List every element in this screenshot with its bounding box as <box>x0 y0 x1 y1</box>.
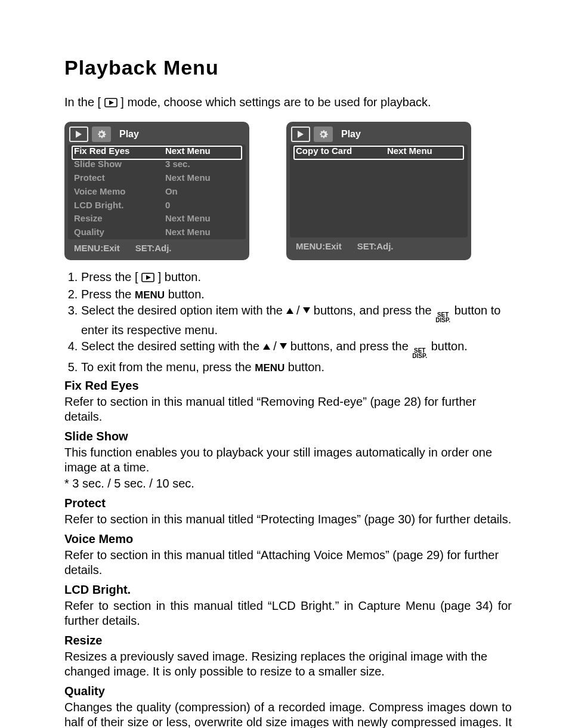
step-text: buttons, and press the <box>290 340 412 353</box>
section-fix-red-eyes-body: Refer to section in this manual titled “… <box>64 394 512 424</box>
menu-row-value: Next Menu <box>165 213 240 224</box>
section-lcd-bright-head: LCD Bright. <box>64 582 512 597</box>
menu-footer: MENU:Exit SET:Adj. <box>68 239 246 254</box>
svg-marker-1 <box>109 100 114 105</box>
section-slide-show-options: * 3 sec. / 5 sec. / 10 sec. <box>64 476 512 491</box>
section-voice-memo-body: Refer to section in this manual titled “… <box>64 548 512 578</box>
set-disp-icon: SETDISP. <box>412 348 427 359</box>
menu-tab-title: Play <box>115 128 139 140</box>
menu-screenshots-row: Play Fix Red EyesNext Menu Slide Show3 s… <box>64 122 512 260</box>
menu-row-value: Next Menu <box>387 146 462 157</box>
menu-label: MENU <box>255 362 284 374</box>
step-3: Select the desired option item with the … <box>81 303 512 338</box>
play-menu-panel-2: Play Copy to CardNext Menu MENU:Exit SET… <box>286 122 471 260</box>
instruction-steps: Press the [ ] button. Press the MENU but… <box>64 270 512 375</box>
menu-row: Copy to CardNext Menu <box>290 144 468 158</box>
step-text: button. <box>165 288 205 301</box>
page-title: Playback Menu <box>64 55 512 81</box>
setup-tab-icon <box>92 127 111 142</box>
step-text: Select the desired setting with the <box>81 340 263 353</box>
play-tab-icon <box>69 127 88 142</box>
intro-part-b: ] mode, choose which settings are to be … <box>120 95 431 109</box>
step-text: buttons, and press the <box>314 304 435 317</box>
intro-part-a: In the [ <box>64 95 101 109</box>
step-2: Press the MENU button. <box>81 287 512 302</box>
menu-row: LCD Bright.0 <box>68 199 246 212</box>
menu-row-value: 0 <box>165 200 240 211</box>
section-slide-show-head: Slide Show <box>64 429 512 444</box>
menu-row-value: 3 sec. <box>165 159 240 170</box>
menu-row: ResizeNext Menu <box>68 212 246 226</box>
menu-footer-exit: MENU:Exit <box>296 241 342 252</box>
step-text: ] button. <box>158 270 201 283</box>
step-text: Press the <box>81 288 135 301</box>
up-arrow-icon <box>263 344 270 350</box>
play-button-icon <box>141 271 154 286</box>
menu-list: Fix Red EyesNext Menu Slide Show3 sec. P… <box>68 144 246 239</box>
menu-row-label: LCD Bright. <box>74 200 165 211</box>
menu-row-label: Fix Red Eyes <box>74 146 165 157</box>
menu-row-value: Next Menu <box>165 146 240 157</box>
step-1: Press the [ ] button. <box>81 270 512 286</box>
setup-tab-icon <box>314 127 333 142</box>
step-text: To exit from the menu, press the <box>81 360 255 374</box>
section-resize-body: Resizes a previously saved image. Resizi… <box>64 649 512 679</box>
svg-marker-3 <box>146 275 151 280</box>
play-mode-icon <box>104 96 117 111</box>
play-menu-panel-1: Play Fix Red EyesNext Menu Slide Show3 s… <box>64 122 249 260</box>
menu-header: Play <box>290 125 468 144</box>
menu-row: QualityNext Menu <box>68 226 246 239</box>
section-protect-head: Protect <box>64 496 512 511</box>
menu-list: Copy to CardNext Menu <box>290 144 468 237</box>
up-arrow-icon <box>286 308 293 314</box>
section-protect-body: Refer to section in this manual titled “… <box>64 512 512 527</box>
step-text: button. <box>431 340 468 353</box>
step-text: button. <box>284 360 324 374</box>
section-fix-red-eyes-head: Fix Red Eyes <box>64 378 512 393</box>
menu-row-label: Protect <box>74 172 165 184</box>
section-voice-memo-head: Voice Memo <box>64 532 512 547</box>
down-arrow-icon <box>280 343 287 349</box>
step-text: Select the desired option item with the <box>81 304 286 317</box>
menu-row: Voice MemoOn <box>68 185 246 199</box>
menu-label: MENU <box>135 289 165 301</box>
step-5: To exit from the menu, press the MENU bu… <box>81 360 512 375</box>
menu-row-label: Copy to Card <box>296 146 387 157</box>
menu-footer: MENU:Exit SET:Adj. <box>290 237 468 252</box>
menu-row-value: Next Menu <box>165 172 240 184</box>
menu-row: Fix Red EyesNext Menu <box>68 144 246 158</box>
down-arrow-icon <box>303 307 310 313</box>
menu-footer-set: SET:Adj. <box>357 241 394 252</box>
menu-row-label: Slide Show <box>74 159 165 170</box>
disp-label: DISP. <box>412 353 427 359</box>
intro-text: In the [ ] mode, choose which settings a… <box>64 95 512 111</box>
menu-row: ProtectNext Menu <box>68 171 246 185</box>
section-quality-head: Quality <box>64 684 512 699</box>
set-disp-icon: SETDISP. <box>435 312 450 323</box>
menu-row-value: Next Menu <box>165 227 240 238</box>
menu-row-label: Resize <box>74 213 165 224</box>
menu-row: Slide Show3 sec. <box>68 158 246 171</box>
menu-footer-set: SET:Adj. <box>135 243 172 254</box>
play-tab-icon <box>291 127 310 142</box>
menu-row-label: Quality <box>74 227 165 238</box>
section-resize-head: Resize <box>64 633 512 648</box>
section-slide-show-body: This function enables you to playback yo… <box>64 445 512 475</box>
menu-row-value: On <box>165 186 240 198</box>
menu-row-label: Voice Memo <box>74 186 165 198</box>
step-4: Select the desired setting with the / bu… <box>81 339 512 359</box>
menu-header: Play <box>68 125 246 144</box>
step-text: Press the [ <box>81 270 138 283</box>
menu-footer-exit: MENU:Exit <box>74 243 120 254</box>
section-quality-body: Changes the quality (compression) of a r… <box>64 700 512 729</box>
menu-tab-title: Play <box>336 128 361 140</box>
disp-label: DISP. <box>435 317 450 323</box>
section-lcd-bright-body: Refer to section in this manual titled “… <box>64 599 512 628</box>
